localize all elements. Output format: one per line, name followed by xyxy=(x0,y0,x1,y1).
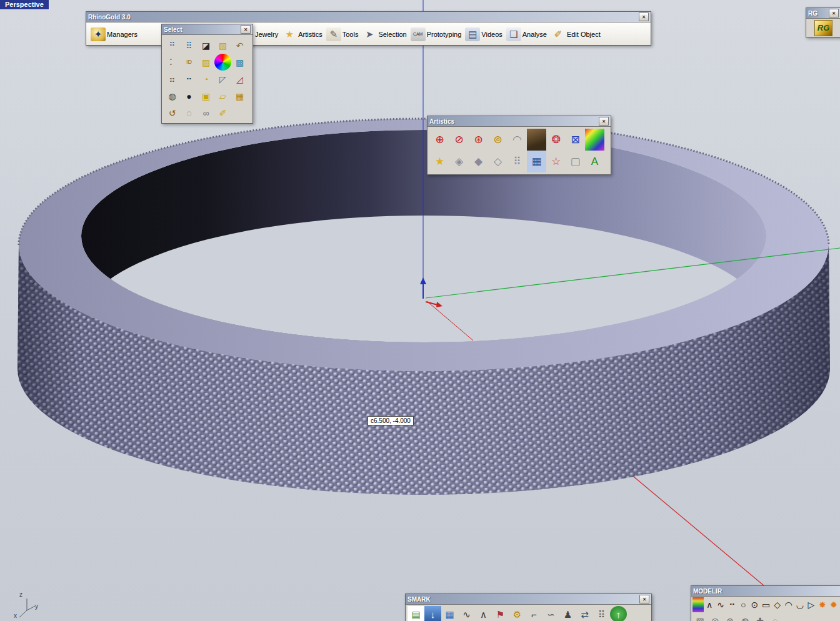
world-axis-x-label: x xyxy=(14,612,17,619)
smark-gear-icon[interactable]: ⚙ xyxy=(509,606,526,621)
select-curves-icon[interactable]: ◪ xyxy=(198,37,214,54)
mod-trim-icon[interactable]: ◌ xyxy=(768,614,782,621)
mod-curve-icon[interactable]: ∿ xyxy=(715,597,726,612)
analyse-button[interactable]: ❏ Analyse xyxy=(504,26,549,42)
mod-fillet-icon[interactable]: ◡ xyxy=(794,597,806,612)
select-chain-icon[interactable]: ∞ xyxy=(198,104,214,121)
rg-palette-titlebar[interactable]: RG ✕ xyxy=(806,8,840,19)
art-dotted-square-icon[interactable]: ▢ xyxy=(566,151,585,172)
tools-button[interactable]: ✎ Tools xyxy=(324,26,361,42)
smark-toolbar-titlebar[interactable]: SMARK ✕ xyxy=(406,594,651,605)
smark-array-icon[interactable]: ⠿ xyxy=(593,606,610,621)
art-texture-icon[interactable]: ▦ xyxy=(527,151,546,172)
select-id-icon[interactable]: ID xyxy=(181,54,198,71)
select-points-icon[interactable]: ⠛ xyxy=(164,37,181,54)
smark-hook2-icon[interactable]: ∽ xyxy=(542,606,559,621)
select-brush-icon[interactable]: ⠅ xyxy=(164,54,181,71)
mod-polyline-icon[interactable]: ∧ xyxy=(704,597,715,612)
mod-revolve-icon[interactable]: ◎ xyxy=(708,614,722,621)
art-weave-icon[interactable]: ⊠ xyxy=(566,129,585,151)
select-surfaces-icon[interactable]: ▧ xyxy=(214,37,231,54)
smark-runner-icon[interactable]: ♟ xyxy=(559,606,576,621)
art-rose-icon[interactable]: ❂ xyxy=(546,129,566,151)
rhinogold-logo-icon[interactable]: RG xyxy=(814,20,832,36)
select-circle-dots-icon[interactable]: ◌ xyxy=(181,104,198,121)
art-bezel-add-icon[interactable]: ◆ xyxy=(469,151,488,172)
mod-loft-icon[interactable]: ⊚ xyxy=(722,614,738,621)
art-revolve-icon[interactable]: ⊛ xyxy=(469,129,488,151)
mod-boolean-icon[interactable]: ✚ xyxy=(752,614,768,621)
art-monalisa-icon[interactable] xyxy=(527,129,546,151)
modelir-toolbar-titlebar[interactable]: MODELIR xyxy=(691,586,840,597)
smark-publish-icon[interactable]: ↑ xyxy=(610,606,627,621)
selection-button[interactable]: ➤ Selection xyxy=(360,26,408,42)
smark-mirror-icon[interactable]: ⇄ xyxy=(576,606,593,621)
select-sphere-icon[interactable]: ● xyxy=(181,87,198,104)
select-crossing-icon[interactable]: ◿ xyxy=(231,71,248,87)
edit-object-button[interactable]: ✐ Edit Object xyxy=(549,26,602,42)
art-bezel-cut-icon[interactable]: ◇ xyxy=(488,151,508,172)
select-small-objects-icon[interactable]: ✐ xyxy=(214,104,231,121)
select-plane-icon[interactable]: ▱ xyxy=(214,87,231,104)
mod-explode-icon[interactable]: ✸ xyxy=(817,597,828,612)
select-box-icon[interactable]: ▣ xyxy=(198,87,214,104)
select-dots-icon[interactable]: ⠒ xyxy=(181,71,198,87)
select-mesh-icon[interactable]: ▩ xyxy=(231,54,248,71)
videos-button[interactable]: ▤ Videos xyxy=(463,26,504,42)
select-volume-icon[interactable]: ◍ xyxy=(164,87,181,104)
artistics-palette-titlebar[interactable]: Artistics ✕ xyxy=(428,116,611,127)
mod-polygon-icon[interactable]: ◇ xyxy=(772,597,783,612)
select-palette-titlebar[interactable]: Select ✕ xyxy=(162,24,252,35)
prototyping-button[interactable]: CAM Prototyping xyxy=(409,26,464,42)
close-icon[interactable]: ✕ xyxy=(639,12,649,21)
mod-rectangle-icon[interactable]: ▭ xyxy=(760,597,771,612)
mod-arc-icon[interactable]: ◠ xyxy=(783,597,794,612)
smark-import-icon[interactable]: ↓ xyxy=(424,606,441,621)
mod-surface-icon[interactable]: ✹ xyxy=(828,597,839,612)
art-rainbow-icon[interactable] xyxy=(585,129,604,151)
viewport-title[interactable]: Perspective xyxy=(0,0,49,10)
art-text-icon[interactable]: A xyxy=(585,151,604,172)
art-bend-icon[interactable]: ⊚ xyxy=(488,129,508,151)
close-icon[interactable]: ✕ xyxy=(599,117,609,126)
select-boundary-icon[interactable]: ◸ xyxy=(214,71,231,87)
select-spiral-icon[interactable]: ↺ xyxy=(164,104,181,121)
mod-interp-icon[interactable]: ⠒ xyxy=(726,597,738,612)
select-lattice-icon[interactable]: ▦ xyxy=(231,87,248,104)
art-pave-icon[interactable]: ⠿ xyxy=(508,151,527,172)
smark-hook-icon[interactable]: ⌐ xyxy=(526,606,542,621)
smark-polyline-icon[interactable]: ∧ xyxy=(475,606,492,621)
smark-keypad-icon[interactable]: ▦ xyxy=(441,606,458,621)
select-grid-points-icon[interactable]: ⠶ xyxy=(164,71,181,87)
mod-extend-icon[interactable]: ▷ xyxy=(806,597,817,612)
ring-model[interactable] xyxy=(18,119,830,495)
smark-curve-icon[interactable]: ∿ xyxy=(458,606,475,621)
select-polysurface-icon[interactable]: ▨ xyxy=(198,54,214,71)
mod-circle-icon[interactable]: ○ xyxy=(738,597,749,612)
art-taper-icon[interactable]: ⊘ xyxy=(449,129,469,151)
rhinogold-toolbar-titlebar[interactable]: RhinoGold 3.0 ✕ xyxy=(86,12,651,22)
compass-icon: ✦ xyxy=(91,27,106,41)
artistics-button[interactable]: ★ Artistics xyxy=(280,26,324,42)
mod-patch-icon[interactable]: ◍ xyxy=(738,614,752,621)
smark-image-icon[interactable]: ▤ xyxy=(408,606,424,621)
close-icon[interactable]: ✕ xyxy=(829,9,839,17)
mod-display-icon[interactable] xyxy=(692,597,704,612)
smark-flag-icon[interactable]: ⚑ xyxy=(492,606,509,621)
mod-ellipse-icon[interactable]: ⊙ xyxy=(749,597,760,612)
art-twist-icon[interactable]: ⊕ xyxy=(430,129,449,151)
close-icon[interactable]: ✕ xyxy=(639,595,649,604)
select-point-cloud-icon[interactable]: ⠿ xyxy=(181,37,198,54)
select-color-icon[interactable] xyxy=(214,54,231,71)
artistics-palette-grid: ⊕ ⊘ ⊛ ⊚ ◠ ❂ ⊠ ★ ◈ ◆ xyxy=(428,127,611,174)
close-icon[interactable]: ✕ xyxy=(241,25,251,34)
art-star-icon[interactable]: ★ xyxy=(430,151,449,172)
select-pie-icon[interactable]: ◔ xyxy=(198,71,214,87)
art-flow-icon[interactable]: ◠ xyxy=(508,129,527,151)
analyse-page-icon: ❏ xyxy=(506,27,521,41)
managers-button[interactable]: ✦ Managers xyxy=(89,26,139,42)
mod-sweep-icon[interactable]: ▧ xyxy=(692,614,708,621)
select-last-icon[interactable]: ↶ xyxy=(231,37,248,54)
art-star-outline-icon[interactable]: ☆ xyxy=(546,151,566,172)
art-bezel-round-icon[interactable]: ◈ xyxy=(449,151,469,172)
